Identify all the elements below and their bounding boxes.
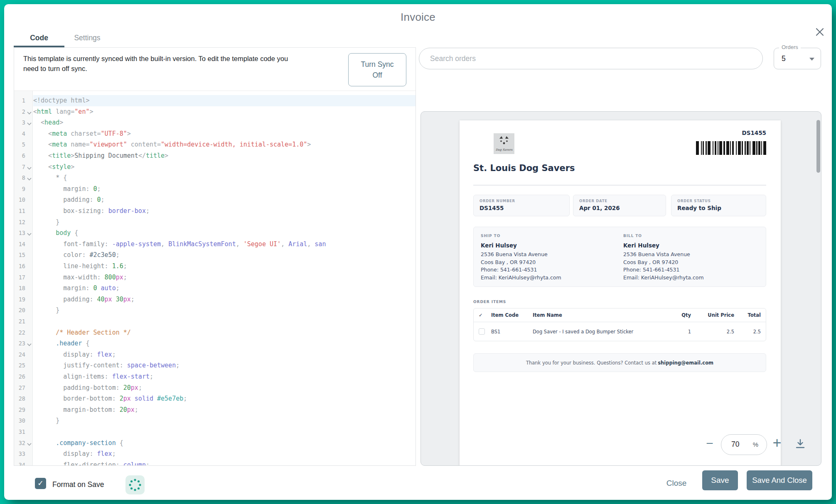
header-divider <box>473 185 766 186</box>
fold-chevron-icon[interactable] <box>27 110 31 114</box>
code-line[interactable]: 7 <style> <box>14 161 416 173</box>
code-line[interactable]: 14 font-family: -apple-system, BlinkMacS… <box>14 239 416 250</box>
fold-chevron-icon[interactable] <box>27 176 31 180</box>
code-line[interactable]: 21 <box>14 316 416 327</box>
code-line-text: <style> <box>33 161 74 173</box>
close-icon[interactable] <box>814 26 826 38</box>
zoom-out-button[interactable]: − <box>704 436 716 451</box>
fold-chevron-icon[interactable] <box>27 166 31 169</box>
code-line[interactable]: 25 justify-content: space-between; <box>14 360 416 371</box>
code-line[interactable]: 11 box-sizing: border-box; <box>14 206 416 217</box>
code-line[interactable]: 18 margin: 0 auto; <box>14 283 416 294</box>
code-line[interactable]: 12 } <box>14 217 416 228</box>
orders-select-value: 5 <box>782 48 786 70</box>
barcode <box>696 141 766 155</box>
line-number: 13 <box>14 228 25 239</box>
code-line[interactable]: 15 color: #2c3e50; <box>14 250 416 261</box>
line-number: 8 <box>14 172 25 183</box>
save-button[interactable]: Save <box>702 470 738 490</box>
code-line-text: .header { <box>33 338 89 349</box>
code-line[interactable]: 30 } <box>14 415 416 426</box>
code-line-text: color: #2c3e50; <box>33 250 120 261</box>
line-number: 19 <box>14 294 25 305</box>
thank-you-note: Thank you for your business. Questions? … <box>473 353 766 372</box>
line-number: 21 <box>14 316 25 327</box>
download-icon[interactable] <box>794 438 806 450</box>
formatter-dots-icon[interactable] <box>125 475 145 494</box>
tab-code[interactable]: Code <box>14 30 64 46</box>
fold-chevron-icon[interactable] <box>27 121 31 125</box>
code-line[interactable]: 4 <meta charset="UTF-8"> <box>14 128 416 139</box>
code-line-text: border-bottom: 2px solid #e5e7eb; <box>33 393 187 404</box>
code-line[interactable]: 9 margin: 0; <box>14 183 416 195</box>
table-row: BS1 Dog Saver - I saved a Dog Bumper Sti… <box>474 322 766 341</box>
code-line[interactable]: 26 align-items: flex-start; <box>14 371 416 382</box>
code-line[interactable]: 6 <title>Shipping Document</title> <box>14 150 416 161</box>
bill-to-block: BILL TO Keri Hulsey 2536 Buena Vista Ave… <box>623 234 756 281</box>
line-number: 3 <box>14 117 25 128</box>
code-line-text: <title>Shipping Document</title> <box>33 150 168 161</box>
turn-sync-off-button[interactable]: Turn Sync Off <box>348 53 406 86</box>
order-items-label: ORDER ITEMS <box>473 300 506 304</box>
code-line[interactable]: 16 line-height: 1.6; <box>14 261 416 272</box>
code-line[interactable]: 29 margin-bottom: 20px; <box>14 404 416 416</box>
sync-banner: This template is currently synced with t… <box>14 48 416 91</box>
search-orders-input[interactable] <box>419 48 762 69</box>
orders-count-select[interactable]: Orders 5 <box>774 48 821 69</box>
preview-scrollbar-thumb[interactable] <box>816 120 820 173</box>
tab-settings[interactable]: Settings <box>64 30 110 46</box>
code-line-text: justify-content: space-between; <box>33 360 179 371</box>
chevron-down-icon <box>809 58 814 61</box>
code-line[interactable]: 31 <box>14 426 416 438</box>
code-line-text: display: flex; <box>33 349 116 360</box>
line-number: 17 <box>14 272 25 283</box>
sync-banner-message: This template is currently synced with t… <box>23 54 289 73</box>
item-checkbox[interactable] <box>479 328 485 335</box>
code-line[interactable]: 34 flex-direction: column; <box>14 460 416 465</box>
code-line[interactable]: 33 display: flex; <box>14 448 416 460</box>
code-line[interactable]: 27 padding-bottom: 20px; <box>14 382 416 394</box>
code-line[interactable]: 2<html lang="en"> <box>14 106 416 117</box>
code-line-text: font-family: -apple-system, BlinkMacSyst… <box>33 239 326 250</box>
fold-chevron-icon[interactable] <box>27 342 31 345</box>
zoom-level-field[interactable]: 70 % <box>721 434 767 455</box>
line-number: 24 <box>14 349 25 360</box>
line-number: 32 <box>14 438 25 449</box>
code-line-text: body { <box>33 228 78 239</box>
code-line[interactable]: 10 padding: 0; <box>14 194 416 206</box>
line-number: 27 <box>14 382 25 394</box>
code-line[interactable]: 19 padding: 40px 30px; <box>14 294 416 305</box>
code-line[interactable]: 23 .header { <box>14 338 416 349</box>
save-and-close-button[interactable]: Save And Close <box>747 470 812 490</box>
format-on-save-checkbox[interactable]: ✓ <box>35 478 46 489</box>
code-line-text: display: flex; <box>33 448 116 460</box>
zoom-percent-sign: % <box>753 435 758 455</box>
invoice-template-dialog: Invoice Code Settings This template is c… <box>4 4 832 500</box>
line-number: 33 <box>14 448 25 460</box>
table-header-row: ✓ Item Code Item Name Qty Unit Price Tot… <box>474 308 766 322</box>
code-line[interactable]: 8 * { <box>14 172 416 183</box>
format-on-save-label: Format on Save <box>52 479 104 490</box>
zoom-in-button[interactable]: + <box>770 434 784 453</box>
code-line[interactable]: 22 /* Header Section */ <box>14 327 416 338</box>
line-number: 12 <box>14 217 25 228</box>
line-number: 25 <box>14 360 25 371</box>
code-line[interactable]: 3 <head> <box>14 117 416 128</box>
fold-chevron-icon[interactable] <box>27 232 31 235</box>
code-line[interactable]: 1<!doctype html> <box>14 95 416 106</box>
code-line[interactable]: 5 <meta name="viewport" content="width=d… <box>14 139 416 150</box>
code-line[interactable]: 28 border-bottom: 2px solid #e5e7eb; <box>14 393 416 404</box>
fold-chevron-icon[interactable] <box>27 442 31 445</box>
code-line-text: padding: 40px 30px; <box>33 294 135 305</box>
code-line[interactable]: 20 } <box>14 305 416 316</box>
code-line-text: <html lang="en"> <box>33 106 93 117</box>
line-number: 4 <box>14 128 25 139</box>
code-line[interactable]: 32 .company-section { <box>14 438 416 449</box>
line-number: 23 <box>14 338 25 349</box>
invoice-page: Dog Savers DS1455 St. Louis Dog Savers O… <box>460 120 781 466</box>
code-line[interactable]: 24 display: flex; <box>14 349 416 360</box>
code-line[interactable]: 13 body { <box>14 228 416 239</box>
close-button[interactable]: Close <box>659 474 694 493</box>
code-editor[interactable]: 1<!doctype html>2<html lang="en">3 <head… <box>14 91 416 465</box>
code-line[interactable]: 17 max-width: 800px; <box>14 272 416 283</box>
